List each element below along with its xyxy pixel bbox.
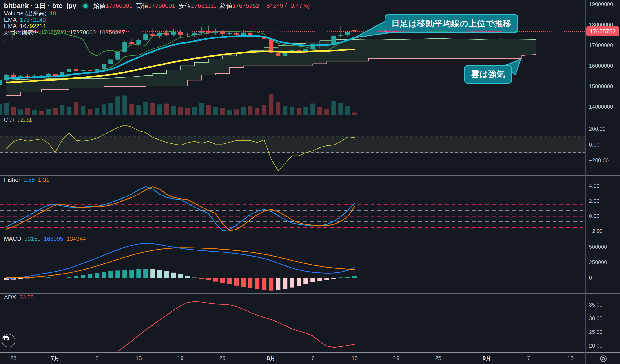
ohlc-open-value: 17760001 [106, 2, 133, 9]
time-axis-label: 7 [527, 355, 530, 361]
macd-hist-value: 33150 [25, 235, 41, 242]
annotation-callout-ma[interactable]: 日足は移動平均線の上位で推移 [385, 14, 518, 33]
fisher-axis-label: 2.00 [589, 198, 600, 204]
volume-bar [310, 104, 315, 115]
macd-histogram-bar [296, 278, 301, 286]
ema-fast-value: 17372140 [20, 16, 46, 23]
macd-axis-label: 250000 [589, 259, 607, 265]
fisher-label: Fisher [4, 176, 20, 183]
volume-bar [269, 94, 273, 115]
ohlc-low: 安値 17661111 [179, 2, 217, 10]
candle-body [4, 75, 9, 80]
candle-body [129, 42, 134, 44]
volume-bar [39, 111, 44, 115]
time-axis-label: 7月 [51, 355, 59, 362]
legend-collapse-button[interactable] [3, 32, 13, 42]
price-axis-label: 15000000 [589, 83, 613, 89]
candle-body [115, 52, 120, 60]
volume-bar [241, 107, 246, 115]
fisher-trigger-line [6, 187, 355, 231]
symbol-row[interactable]: bitbank · 1日 · btc_jpy 始値 17760001 高値 17… [4, 1, 310, 10]
volume-bar [102, 104, 106, 115]
macd-histogram-bar [129, 270, 134, 278]
chart-canvas[interactable] [0, 0, 620, 364]
ema-fast-label: EMA [4, 16, 17, 23]
adx-pane-legend[interactable]: ADX 20.55 [4, 294, 34, 301]
cci-axis-label: 200.00 [589, 126, 605, 132]
legend-item-volume[interactable]: Volume (出来高) 10 [4, 11, 310, 17]
macd-histogram-bar [46, 277, 50, 278]
ichimoku-span-b-value: 16356887 [99, 29, 125, 36]
symbol-title[interactable]: bitbank · 1日 · btc_jpy [4, 1, 77, 11]
volume-bar [352, 113, 357, 115]
time-axis-label: 13 [352, 355, 358, 361]
volume-bar [88, 109, 92, 115]
adx-value: 20.55 [19, 294, 34, 301]
macd-macd-line [6, 244, 355, 279]
cci-value: 92.31 [17, 116, 32, 123]
volume-bar [4, 103, 9, 115]
macd-histogram-bar [220, 278, 225, 283]
candle-body [276, 53, 280, 56]
macd-histogram-bar [276, 278, 280, 290]
time-axis-label: 8月 [267, 355, 275, 362]
volume-bar [115, 97, 120, 115]
macd-histogram-bar [115, 270, 120, 278]
cci-axis-label: 0.00 [589, 142, 600, 148]
price-axis-label: 19000000 [589, 1, 613, 7]
cci-band [0, 137, 586, 153]
fisher-axis-label: −2.00 [589, 228, 603, 234]
candle-body [352, 30, 357, 31]
candle-body [94, 69, 99, 71]
fisher-trigger-value: 1.31 [38, 176, 49, 183]
volume-bar [227, 110, 232, 115]
legend-item-ema-fast[interactable]: EMA 17372140 [4, 17, 310, 23]
volume-bar [171, 106, 176, 115]
time-axis-label: 13 [567, 355, 574, 361]
tradingview-logo-button[interactable] [2, 334, 15, 347]
candle-body [345, 32, 350, 35]
annotation-callout-cloud[interactable]: 雲は強気 [464, 65, 512, 84]
volume-bar [331, 101, 336, 115]
candle-body [123, 42, 127, 52]
macd-histogram-bar [123, 270, 127, 278]
volume-bar [53, 108, 58, 115]
ohlc-low-label: 安値 [179, 2, 191, 10]
macd-histogram-bar [213, 278, 218, 282]
price-scale-axis[interactable]: 1900000018000000170000001600000015000000… [586, 0, 620, 352]
macd-histogram-bar [108, 271, 113, 278]
legend-item-ichimoku[interactable]: 一目均衡表® 17675752 17279000 16356887 [4, 29, 310, 35]
adx-axis-label: 25.00 [589, 329, 603, 335]
macd-histogram-bar [227, 278, 232, 284]
macd-histogram-bar [310, 278, 315, 282]
cci-pane-legend[interactable]: CCI 92.31 [4, 116, 32, 123]
time-axis-label: 25 [10, 355, 16, 361]
macd-line-value: 168095 [44, 235, 63, 242]
macd-pane-legend[interactable]: MACD 33150 168095 134944 [4, 235, 86, 242]
volume-bar [185, 108, 190, 115]
volume-bar [11, 107, 16, 115]
volume-bar [338, 103, 343, 115]
macd-histogram-bar [206, 278, 211, 280]
volume-bar [157, 104, 162, 115]
legend-item-ema-slow[interactable]: EMA 16792214 [4, 23, 310, 29]
volume-bar [220, 108, 225, 115]
candle-body [81, 70, 85, 71]
adx-axis-label: 35.00 [589, 302, 603, 308]
ohlc-low-value: 17661111 [191, 2, 217, 9]
volume-bar [67, 107, 71, 115]
ohlc-close-label: 終値 [220, 2, 232, 10]
macd-histogram-bar [143, 269, 148, 278]
tradingview-logo-icon [2, 334, 10, 342]
candle-body [0, 80, 2, 85]
candle-body [88, 70, 92, 71]
time-scale-axis[interactable]: 257月71319258月71319259月713 [0, 352, 620, 364]
fisher-fisher-line [6, 187, 355, 231]
macd-histogram-bar [32, 278, 37, 278]
macd-histogram-bar [283, 278, 287, 289]
cci-label: CCI [4, 116, 14, 123]
fisher-pane-legend[interactable]: Fisher 1.68 1.31 [4, 176, 49, 183]
time-axis-label: 9月 [483, 355, 491, 362]
volume-bar [94, 108, 99, 115]
macd-histogram-bar [164, 271, 169, 278]
